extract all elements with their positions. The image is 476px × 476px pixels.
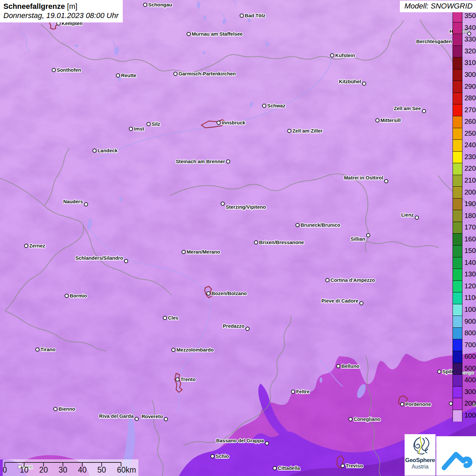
city-label: Rovereto	[141, 414, 163, 419]
colorbar-cell	[453, 116, 462, 128]
city-marker	[287, 129, 291, 133]
colorbar-tick-label: 2300	[464, 153, 476, 161]
colorbar-tick-label: 2700	[464, 106, 476, 114]
city-label: Pordenone	[405, 402, 431, 407]
city-label: Sterzing/Vipiteno	[226, 204, 266, 210]
colorbar-cell	[453, 386, 462, 398]
colorbar-tick-label: 3200	[464, 47, 476, 55]
colorbar-tick-label: 1600	[464, 235, 476, 243]
colorbar-tick-label: 900	[464, 318, 476, 325]
city-marker	[65, 294, 69, 298]
blue-mountain-icon	[439, 439, 473, 473]
city-marker	[375, 118, 379, 122]
colorbar-cell	[453, 363, 462, 375]
colorbar-legend: 3500340033003200310030002900280027002600…	[453, 10, 462, 422]
city-marker	[295, 223, 300, 227]
scale-label: 40	[78, 465, 87, 475]
city-marker	[291, 390, 295, 394]
colorbar-tick-label: 500	[464, 364, 476, 372]
city-marker	[92, 149, 97, 153]
colorbar-cell	[453, 104, 462, 116]
city-label: Mezzolombardo	[176, 347, 214, 353]
snowfall-limit-map-product: SchongauBad TölzKemptenMurnau am Staffel…	[0, 0, 476, 476]
city-label: Bormio	[70, 293, 87, 299]
city-label: Schio	[216, 454, 229, 459]
city-label: Matrei in Osttirol	[344, 175, 383, 181]
city-label: Meran/Merano	[187, 249, 220, 255]
city-marker	[124, 259, 128, 263]
colorbar-cell	[453, 292, 462, 304]
city-marker	[240, 14, 244, 18]
title-box: Schneefallgrenze [m] Donnerstag, 19.01.2…	[0, 0, 123, 22]
city-marker	[135, 417, 139, 421]
colorbar-tick-label: 2200	[464, 165, 476, 172]
city-label: Landeck	[98, 148, 118, 153]
city-marker	[245, 327, 250, 331]
city-label: Schwaz	[267, 103, 285, 108]
city-label: Imst	[134, 126, 144, 132]
colorbar-tick-label: 2500	[464, 130, 476, 137]
city-label: Cortina d'Ampezzo	[330, 277, 375, 283]
city-marker	[147, 122, 151, 126]
city-label: Trento	[181, 377, 196, 382]
city-marker	[262, 104, 266, 108]
city-label: Innsbruck	[222, 120, 245, 125]
city-marker	[400, 402, 404, 406]
city-marker	[384, 179, 388, 183]
city-marker	[348, 417, 353, 421]
colorbar-tick-label: 600	[464, 353, 476, 360]
city-marker	[52, 68, 56, 72]
city-marker	[422, 109, 426, 113]
model-label: Modell: SNOWGRID	[400, 1, 476, 12]
city-label: Feltre	[296, 389, 310, 394]
city-label: Cittadella	[278, 465, 300, 471]
colorbar-tick-label: 3300	[464, 35, 476, 43]
colorbar-tick-label: 2800	[464, 94, 476, 102]
city-marker	[217, 121, 221, 125]
city-marker	[175, 377, 180, 381]
city-marker	[359, 301, 363, 305]
partner-logo	[436, 436, 476, 476]
city-label: Predazzo	[223, 323, 244, 329]
city-label: Steinach am Brenner	[176, 159, 225, 164]
city-marker	[206, 291, 210, 295]
scale-label: 20	[39, 465, 48, 475]
city-marker	[164, 417, 168, 421]
city-marker	[210, 454, 215, 458]
colorbar-cell	[453, 34, 462, 46]
geosphere-logo-subtext: Austria	[405, 463, 436, 470]
city-label: Schongau	[148, 2, 172, 7]
geosphere-logo: GeoSphere Austria	[405, 434, 436, 476]
city-marker	[129, 127, 133, 131]
colorbar-tick-label: 3500	[464, 12, 476, 20]
colorbar-tick-label: 700	[464, 341, 476, 349]
city-marker	[84, 202, 88, 206]
scale-label: 50	[97, 465, 106, 475]
city-marker	[226, 159, 230, 164]
colorbar-tick-label: 1900	[464, 200, 476, 208]
map-datetime: Donnerstag, 19.01.2023 08:00 Uhr	[3, 11, 119, 20]
city-marker	[336, 364, 340, 368]
colorbar-cell	[453, 222, 462, 234]
colorbar-tick-label: 1700	[464, 223, 476, 231]
city-label: Mittersill	[380, 118, 401, 123]
city-marker	[171, 348, 175, 352]
colorbar-tick-label: 1500	[464, 247, 476, 255]
city-marker	[415, 216, 419, 220]
city-marker	[341, 464, 345, 468]
city-marker	[143, 3, 147, 7]
colorbar-cell	[453, 304, 462, 316]
city-marker	[325, 278, 329, 282]
city-label: Kitzbühel	[339, 79, 361, 84]
colorbar-cell	[453, 186, 462, 199]
city-label: Reutte	[121, 73, 136, 78]
colorbar-cell	[453, 316, 462, 328]
city-label: Lienz	[401, 212, 414, 218]
city-label: Tirano	[40, 347, 55, 352]
colorbar-cell	[453, 139, 462, 152]
scale-label: 0	[3, 465, 7, 475]
city-label: Bienno	[58, 406, 75, 412]
colorbar-tick-label: 2100	[464, 176, 476, 184]
colorbar-cell	[453, 81, 462, 93]
city-label: Brixen/Bressanone	[259, 240, 304, 245]
